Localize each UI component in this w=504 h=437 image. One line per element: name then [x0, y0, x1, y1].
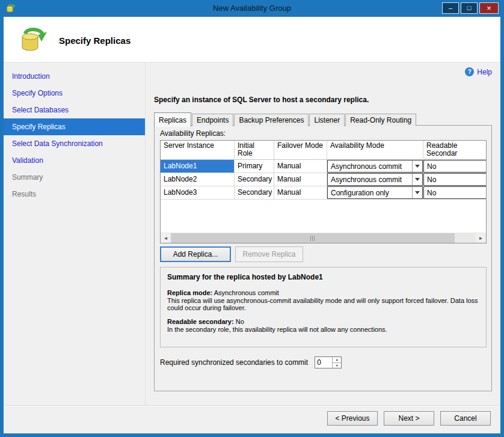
availability-mode-dropdown[interactable]: Configuration only [327, 186, 423, 199]
tab-strip: Replicas Endpoints Backup Preferences Li… [154, 112, 417, 126]
scrollbar-thumb[interactable] [171, 233, 455, 243]
minimize-button[interactable]: – [442, 2, 459, 14]
replicas-tab-panel: Availability Replicas: Server Instance I… [154, 125, 492, 391]
availability-group-icon [18, 25, 48, 55]
scroll-left-icon[interactable]: ◄ [161, 233, 171, 243]
footer: < Previous Next > Cancel [4, 406, 500, 433]
cell-failover-mode: Manual [274, 186, 327, 199]
add-replica-button[interactable]: Add Replica... [160, 246, 231, 262]
table-row[interactable]: LabNode2 Secondary Manual Asynchronous c… [161, 173, 486, 186]
step-validation[interactable]: Validation [4, 152, 145, 169]
col-failover-mode: Failover Mode [274, 141, 327, 159]
readable-secondary-dropdown[interactable]: No [423, 186, 486, 199]
chevron-down-icon[interactable] [412, 174, 422, 185]
dialog-body: Specify Replicas Introduction Specify Op… [4, 17, 500, 433]
cell-readable-secondary: No [423, 160, 486, 173]
chevron-down-icon[interactable] [412, 160, 422, 172]
step-specify-replicas[interactable]: Specify Replicas [4, 118, 145, 135]
replica-mode-line: Replica mode: Asynchronous commit [167, 289, 479, 296]
wizard-header: Specify Replicas [4, 17, 500, 63]
step-select-databases[interactable]: Select Databases [4, 102, 145, 118]
readable-secondary-value: No [427, 189, 436, 197]
cell-server-instance[interactable]: LabNode2 [161, 173, 235, 186]
wizard-steps: Introduction Specify Options Select Data… [4, 63, 145, 405]
readable-secondary-label: Readable secondary: [167, 318, 234, 325]
readable-secondary-dropdown[interactable]: No [423, 173, 486, 186]
chevron-down-icon[interactable] [412, 187, 422, 198]
help-link[interactable]: ? Help [465, 67, 492, 76]
tab-replicas[interactable]: Replicas [154, 112, 191, 127]
scroll-right-icon[interactable]: ► [476, 233, 486, 243]
readable-secondary-line: Readable secondary: No [167, 318, 479, 325]
scrollbar-grip-icon [310, 236, 315, 241]
cell-readable-secondary: No [423, 186, 486, 199]
table-row[interactable]: LabNode3 Secondary Manual Configuration … [161, 186, 486, 200]
required-secondaries-input[interactable] [315, 357, 332, 368]
spinner-buttons: ▲ ▼ [332, 357, 341, 368]
required-secondaries-spinner[interactable]: ▲ ▼ [315, 356, 342, 368]
window-controls: – □ × [442, 2, 499, 14]
availability-mode-value: Asynchronous commit [331, 162, 402, 171]
next-button[interactable]: Next > [384, 411, 434, 426]
main-panel: ? Help Specify an instance of SQL Server… [145, 63, 500, 405]
cancel-button[interactable]: Cancel [440, 411, 491, 426]
maximize-button[interactable]: □ [461, 2, 478, 14]
step-results: Results [4, 186, 145, 203]
cell-initial-role: Secondary [235, 186, 274, 199]
page-title: Specify Replicas [59, 35, 131, 46]
tab-read-only-routing[interactable]: Read-Only Routing [345, 114, 416, 126]
cell-initial-role: Secondary [235, 173, 274, 186]
content-area: Introduction Specify Options Select Data… [4, 63, 500, 406]
cell-failover-mode: Manual [274, 160, 327, 173]
step-introduction[interactable]: Introduction [4, 68, 145, 85]
titlebar: New Availability Group – □ × [0, 0, 504, 17]
replica-summary-box: Summary for the replica hosted by LabNod… [160, 267, 487, 347]
help-label: Help [477, 68, 492, 76]
previous-button[interactable]: < Previous [327, 411, 378, 426]
cell-initial-role: Primary [235, 160, 274, 173]
required-secondaries-label: Required synchronized secondaries to com… [160, 358, 308, 367]
instruction-text: Specify an instance of SQL Server to hos… [154, 96, 369, 104]
spinner-down-icon[interactable]: ▼ [333, 362, 341, 368]
cell-readable-secondary: No [423, 173, 486, 186]
readable-secondary-value: No [427, 176, 436, 184]
step-select-data-synchronization[interactable]: Select Data Synchronization [4, 135, 145, 152]
grid-header-row: Server Instance Initial Role Failover Mo… [161, 141, 486, 160]
availability-mode-dropdown[interactable]: Asynchronous commit [327, 160, 423, 173]
col-availability-mode: Availability Mode [327, 141, 423, 159]
tab-listener[interactable]: Listener [309, 114, 345, 126]
scrollbar-track[interactable] [171, 233, 476, 243]
readable-secondary-dropdown[interactable]: No [423, 160, 486, 173]
readable-secondary-value: No [236, 318, 244, 325]
readable-secondary-value: No [427, 162, 436, 171]
remove-replica-button: Remove Replica [235, 246, 303, 262]
help-icon: ? [465, 67, 474, 76]
cell-availability-mode: Asynchronous commit [327, 173, 423, 186]
cell-availability-mode: Asynchronous commit [327, 160, 423, 173]
close-button[interactable]: × [479, 2, 499, 14]
cell-server-instance[interactable]: LabNode3 [161, 186, 235, 199]
cell-failover-mode: Manual [274, 173, 327, 186]
step-specify-options[interactable]: Specify Options [4, 85, 145, 102]
table-row[interactable]: LabNode1 Primary Manual Asynchronous com… [161, 160, 486, 173]
col-initial-role: Initial Role [235, 141, 274, 159]
horizontal-scrollbar[interactable]: ◄ ► [161, 233, 486, 243]
replica-mode-description: This replica will use asynchronous-commi… [167, 297, 479, 311]
replicas-grid: Server Instance Initial Role Failover Mo… [160, 140, 487, 243]
cell-server-instance[interactable]: LabNode1 [161, 160, 235, 173]
availability-mode-value: Asynchronous commit [331, 176, 402, 184]
replica-mode-value: Asynchronous commit [214, 289, 279, 296]
availability-mode-dropdown[interactable]: Asynchronous commit [327, 173, 423, 186]
col-readable-secondary: Readable Secondar [423, 141, 486, 159]
col-server-instance: Server Instance [161, 141, 235, 159]
spinner-up-icon[interactable]: ▲ [333, 357, 341, 362]
required-secondaries-row: Required synchronized secondaries to com… [160, 356, 342, 368]
tab-backup-preferences[interactable]: Backup Preferences [234, 114, 309, 126]
availability-replicas-label: Availability Replicas: [160, 129, 226, 138]
tab-endpoints[interactable]: Endpoints [192, 114, 233, 126]
window-title: New Availability Group [0, 4, 504, 13]
cell-availability-mode: Configuration only [327, 186, 423, 199]
replica-mode-label: Replica mode: [167, 289, 212, 296]
readable-secondary-description: In the secondary role, this availability… [167, 326, 479, 333]
step-summary: Summary [4, 169, 145, 186]
